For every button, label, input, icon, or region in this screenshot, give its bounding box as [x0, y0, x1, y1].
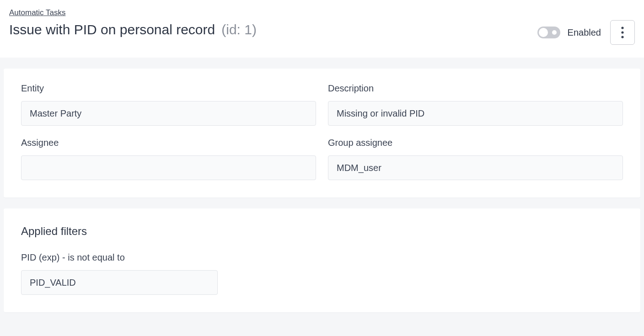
enabled-toggle-wrap: Enabled — [537, 27, 601, 38]
more-actions-button[interactable] — [610, 20, 635, 45]
group-assignee-label: Group assignee — [328, 138, 623, 148]
filter-item: PID (exp) - is not equal to PID_VALID — [21, 252, 623, 295]
breadcrumb-link[interactable]: Automatic Tasks — [9, 8, 257, 17]
description-field: Description Missing or invalid PID — [328, 83, 623, 126]
toggle-indicator — [552, 30, 557, 35]
filter-value[interactable]: PID_VALID — [21, 270, 218, 295]
filters-card: Applied filters PID (exp) - is not equal… — [4, 208, 640, 312]
page-title: Issue with PID on personal record — [9, 22, 215, 37]
assignee-field: Assignee — [21, 138, 316, 180]
group-assignee-value[interactable]: MDM_user — [328, 155, 623, 180]
svg-point-0 — [621, 27, 623, 29]
page-id: (id: 1) — [221, 22, 257, 37]
toggle-knob — [539, 28, 548, 37]
group-assignee-field: Group assignee MDM_user — [328, 138, 623, 180]
enabled-toggle[interactable] — [537, 27, 560, 38]
description-value[interactable]: Missing or invalid PID — [328, 101, 623, 126]
filters-title: Applied filters — [21, 225, 623, 238]
header-right: Enabled — [537, 8, 635, 45]
svg-point-1 — [621, 31, 623, 33]
entity-value[interactable]: Master Party — [21, 101, 316, 126]
toggle-label: Enabled — [568, 27, 601, 38]
form-grid: Entity Master Party Description Missing … — [21, 83, 623, 180]
kebab-icon — [621, 27, 624, 38]
entity-field: Entity Master Party — [21, 83, 316, 126]
svg-point-2 — [621, 36, 623, 38]
header-left: Automatic Tasks Issue with PID on person… — [9, 8, 257, 37]
entity-label: Entity — [21, 83, 316, 94]
description-label: Description — [328, 83, 623, 94]
filter-label: PID (exp) - is not equal to — [21, 252, 623, 263]
page-header: Automatic Tasks Issue with PID on person… — [0, 0, 644, 58]
title-row: Issue with PID on personal record (id: 1… — [9, 22, 257, 37]
assignee-value[interactable] — [21, 155, 316, 180]
details-card: Entity Master Party Description Missing … — [4, 69, 640, 197]
content-area: Entity Master Party Description Missing … — [0, 58, 644, 316]
assignee-label: Assignee — [21, 138, 316, 148]
